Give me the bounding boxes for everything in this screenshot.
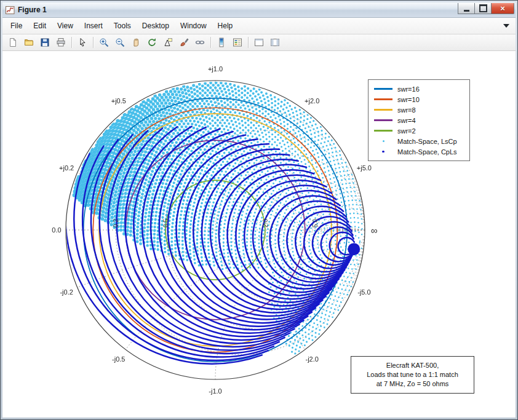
menu-item-file[interactable]: File [5, 19, 28, 33]
legend-box[interactable]: swr=16swr=10swr=8swr=4swr=2Match-Space, … [368, 79, 470, 161]
link-plot-button[interactable] [193, 36, 207, 49]
legend-line-swatch [373, 88, 393, 90]
toolbar-separator [71, 37, 72, 48]
figure-window-icon [6, 6, 15, 15]
window-controls: × [458, 3, 514, 14]
dock-figure-button[interactable] [268, 36, 282, 49]
toolbar [2, 34, 516, 51]
menu-item-edit[interactable]: Edit [28, 19, 52, 33]
save-floppy-icon [40, 38, 50, 47]
minimize-button[interactable] [458, 3, 475, 14]
legend-marker [374, 130, 392, 132]
open-file-button[interactable] [22, 36, 36, 49]
data-cursor-icon [163, 38, 173, 47]
legend-marker [383, 140, 385, 142]
legend-label: Match-Space, CpLs [397, 148, 457, 156]
annotation-line: Elecraft KAT-500, [353, 361, 472, 370]
legend-line-swatch [373, 109, 393, 111]
pan-button[interactable] [129, 36, 143, 49]
menu-item-window[interactable]: Window [175, 19, 212, 33]
legend-entry: swr=4 [373, 115, 464, 125]
zoom-in-button[interactable] [97, 36, 111, 49]
menu-item-view[interactable]: View [52, 19, 79, 33]
legend-entry: swr=10 [373, 94, 464, 105]
rim-label-+j5.0: +j5.0 [357, 164, 372, 172]
legend-label: swr=8 [397, 106, 416, 114]
colorbar-icon [217, 38, 226, 47]
legend-line-swatch [373, 119, 393, 122]
edit-plot-button[interactable] [75, 36, 90, 49]
legend-icon [233, 38, 242, 47]
legend-entry: swr=8 [373, 105, 464, 115]
rim-label-+j0.5: +j0.5 [111, 97, 126, 105]
legend-entry: Match-Space, LsCp [373, 136, 464, 146]
plot-tools-off-icon [254, 38, 264, 47]
grid-label-r0.5: 0.5 [162, 219, 169, 228]
annotation-line: Loads that tune to a 1:1 match [353, 370, 472, 379]
zoom-in-icon [99, 38, 109, 47]
menu-item-desktop[interactable]: Desktop [137, 19, 175, 33]
rim-label-+j2.0: +j2.0 [305, 97, 319, 105]
grid-label-r2.0: 2.0 [262, 219, 269, 228]
maximize-button[interactable] [474, 3, 492, 14]
link-icon [195, 38, 205, 47]
plot-tools-dock-icon [270, 38, 280, 47]
insert-legend-button[interactable] [230, 36, 245, 49]
menu-item-insert[interactable]: Insert [79, 19, 108, 33]
cursor-arrow-icon [78, 38, 87, 47]
minimize-button-icon [464, 10, 469, 12]
titlebar[interactable]: Figure 1 × [2, 2, 516, 18]
legend-marker [374, 119, 392, 122]
printer-icon [56, 38, 66, 47]
grid-label-r0.2: 0.2 [113, 219, 119, 228]
rim-label--j0.2: -j0.2 [60, 288, 73, 296]
open-folder-icon [24, 38, 34, 47]
legend-label: swr=2 [397, 127, 416, 135]
legend-marker [382, 151, 385, 153]
toolbar-separator [248, 37, 249, 48]
legend-label: swr=4 [397, 117, 416, 124]
legend-dot-swatch [373, 151, 393, 153]
close-button[interactable]: × [491, 3, 514, 14]
zoom-out-button[interactable] [113, 36, 127, 49]
legend-line-swatch [373, 130, 393, 132]
rim-label--j2.0: -j2.0 [305, 355, 318, 363]
figure-plot-area: +j1.0+j0.5+j2.0+j0.2+j5.00.0∞-j0.2-j5.0-… [2, 51, 516, 418]
figure-window: Figure 1 × FileEditViewInsertToolsDeskto… [0, 0, 518, 420]
rim-label--j5.0: -j5.0 [357, 288, 370, 296]
menu-item-help[interactable]: Help [212, 19, 239, 33]
annotation-box[interactable]: Elecraft KAT-500,Loads that tune to a 1:… [351, 356, 474, 394]
legend-entry: Match-Space, CpLs [373, 146, 464, 157]
rim-label--j1.0: -j1.0 [209, 387, 221, 395]
brush-data-button[interactable] [177, 36, 191, 49]
legend-marker [374, 109, 392, 111]
close-icon: × [500, 4, 505, 12]
zoom-out-icon [115, 38, 125, 47]
data-cursor-button[interactable] [161, 36, 175, 49]
maximize-button-icon [479, 4, 487, 12]
rim-label--j0.5: -j0.5 [112, 355, 125, 363]
insert-colorbar-button[interactable] [214, 36, 229, 49]
legend-marker [374, 98, 392, 101]
legend-label: swr=16 [397, 85, 420, 93]
menubar: FileEditViewInsertToolsDesktopWindowHelp [2, 18, 516, 34]
brush-icon [179, 38, 189, 47]
grid-label-r5.0: 5.0 [312, 219, 319, 228]
legend-dot-swatch [373, 140, 393, 142]
annotation-line: at 7 MHz, Zo = 50 ohms [353, 379, 472, 389]
new-document-icon [8, 38, 18, 47]
menu-item-tools[interactable]: Tools [108, 19, 137, 33]
print-figure-button[interactable] [54, 36, 68, 49]
legend-line-swatch [373, 98, 393, 101]
legend-marker [374, 88, 392, 90]
legend-label: swr=10 [397, 96, 420, 103]
menu-overflow-arrow-icon[interactable] [503, 24, 509, 28]
rotate-3d-button[interactable] [145, 36, 159, 49]
rim-label-∞: ∞ [371, 225, 378, 236]
rotate-3d-icon [147, 38, 157, 47]
save-figure-button[interactable] [38, 36, 52, 49]
legend-label: Match-Space, LsCp [397, 138, 457, 145]
rim-label-+j1.0: +j1.0 [208, 65, 223, 73]
new-figure-button[interactable] [6, 36, 20, 49]
hide-plot-tools-button[interactable] [252, 36, 266, 49]
